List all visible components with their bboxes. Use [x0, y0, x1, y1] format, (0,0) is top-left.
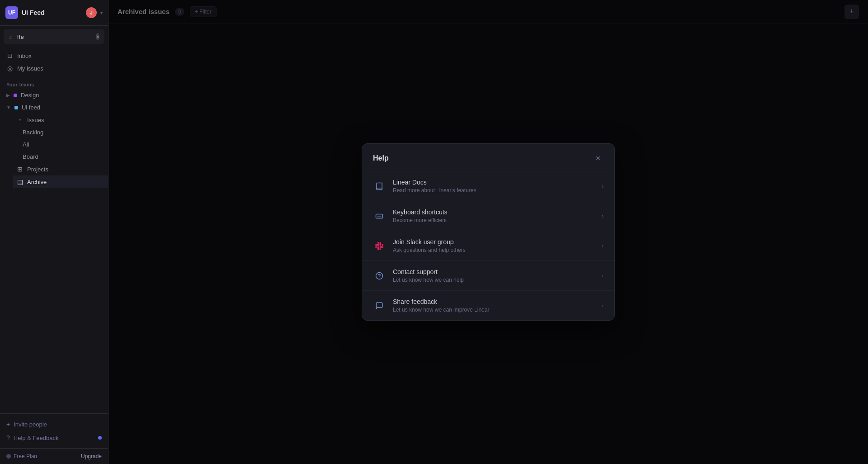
help-icon: ?: [6, 434, 10, 441]
slack-title: Join Slack user group: [393, 238, 594, 246]
linear-docs-desc: Read more about Linear's features: [393, 187, 594, 194]
chevron-right-icon: ›: [602, 183, 604, 189]
sidebar-item-label: Archive: [27, 179, 47, 185]
help-item-slack[interactable]: Join Slack user group Ask questions and …: [362, 231, 614, 260]
search-input[interactable]: [16, 33, 92, 40]
contact-support-desc: Let us know how we can help: [393, 277, 594, 283]
help-item-contact-support[interactable]: Contact support Let us know how we can h…: [362, 260, 614, 290]
help-item-share-feedback[interactable]: Share feedback Let us know how we can im…: [362, 290, 614, 320]
chevron-down-icon: ▾: [100, 10, 103, 15]
ui-feed-subnav: ○ Issues Backlog All Board ⊞ Projects ▤ …: [0, 114, 108, 188]
sidebar-item-help-feedback[interactable]: ? Help & Feedback: [0, 431, 108, 445]
design-team-color: [14, 94, 17, 97]
sidebar-item-projects[interactable]: ⊞ Projects: [13, 163, 108, 175]
search-bar[interactable]: ⌕ ✕: [4, 29, 104, 44]
question-icon: [373, 270, 386, 282]
sidebar-nav: ⊡ Inbox ◎ My issues: [0, 47, 108, 76]
contact-support-content: Contact support Let us know how we can h…: [393, 268, 594, 283]
linear-docs-title: Linear Docs: [393, 179, 594, 186]
sidebar-item-label: My issues: [17, 65, 43, 72]
modal-overlay[interactable]: Help ✕ Linear Docs Read more about Lin: [108, 0, 868, 464]
keyboard-icon: [373, 210, 386, 223]
sidebar-item-label: All: [23, 141, 29, 148]
help-dialog: Help ✕ Linear Docs Read more about Lin: [362, 143, 615, 321]
sidebar-item-label: Issues: [27, 117, 44, 123]
search-clear-button[interactable]: ✕: [96, 33, 99, 40]
sidebar-footer: + Invite people ? Help & Feedback: [0, 413, 108, 448]
free-plan-badge: Free Plan: [6, 453, 37, 459]
keyboard-shortcuts-content: Keyboard shortcuts Become more efficient: [393, 208, 594, 223]
contact-support-title: Contact support: [393, 268, 594, 275]
dialog-items: Linear Docs Read more about Linear's fea…: [362, 171, 614, 320]
chat-icon: [373, 299, 386, 312]
sidebar-item-my-issues[interactable]: ◎ My issues: [0, 62, 108, 75]
keyboard-shortcuts-desc: Become more efficient: [393, 217, 594, 223]
sidebar-header[interactable]: UF UI Feed J ▾: [0, 0, 108, 26]
sidebar-item-issues[interactable]: ○ Issues: [13, 114, 108, 126]
chevron-right-icon: ›: [602, 213, 604, 219]
sidebar-item-archive[interactable]: ▤ Archive: [13, 175, 108, 188]
chevron-right-icon: ›: [602, 273, 604, 279]
slack-content: Join Slack user group Ask questions and …: [393, 238, 594, 253]
upgrade-bar: Free Plan Upgrade: [0, 448, 108, 464]
slack-icon: [373, 240, 386, 252]
sidebar-item-label: Inbox: [17, 52, 32, 59]
ui-feed-team-label: Ui feed: [22, 104, 40, 111]
teams-section-header: Your teams: [0, 76, 108, 89]
ui-feed-team-color: [14, 106, 18, 109]
design-team-label: Design: [21, 92, 39, 99]
sidebar-item-board[interactable]: Board: [13, 151, 108, 163]
help-item-keyboard-shortcuts[interactable]: Keyboard shortcuts Become more efficient…: [362, 201, 614, 231]
help-feedback-label: Help & Feedback: [14, 435, 59, 441]
grid-icon: ⊞: [16, 166, 24, 173]
sidebar-item-inbox[interactable]: ⊡ Inbox: [0, 49, 108, 62]
notification-dot: [98, 436, 102, 440]
sidebar-item-label: Backlog: [23, 129, 43, 136]
dialog-header: Help ✕: [362, 144, 614, 171]
sidebar-item-backlog[interactable]: Backlog: [13, 126, 108, 138]
chevron-right-icon: ▶: [6, 93, 10, 98]
workspace-avatar: UF: [5, 6, 18, 19]
chevron-right-icon: ›: [602, 303, 604, 309]
share-feedback-content: Share feedback Let us know how we can im…: [393, 298, 594, 313]
share-feedback-title: Share feedback: [393, 298, 594, 305]
sidebar-item-ui-feed[interactable]: ▼ Ui feed: [0, 101, 108, 114]
sidebar-item-label: Board: [23, 153, 38, 160]
chevron-down-icon: ▼: [6, 105, 11, 110]
close-button[interactable]: ✕: [593, 153, 604, 164]
help-item-linear-docs[interactable]: Linear Docs Read more about Linear's fea…: [362, 171, 614, 201]
user-avatar[interactable]: J: [86, 7, 97, 18]
sidebar-item-invite-people[interactable]: + Invite people: [0, 417, 108, 431]
sidebar-item-design[interactable]: ▶ Design: [0, 89, 108, 101]
main-content: Archived issues 0 + Filter + Help ✕: [108, 0, 868, 464]
person-icon: ◎: [6, 65, 14, 72]
sidebar-item-label: Projects: [27, 166, 48, 173]
chevron-right-icon: ›: [602, 243, 604, 249]
book-icon: [373, 180, 386, 193]
invite-people-label: Invite people: [14, 421, 47, 428]
linear-docs-content: Linear Docs Read more about Linear's fea…: [393, 179, 594, 194]
workspace-name: UI Feed: [22, 9, 82, 16]
upgrade-button[interactable]: Upgrade: [81, 453, 102, 459]
plan-dot: [6, 454, 11, 459]
circle-icon: ○: [16, 116, 24, 123]
sidebar-item-all[interactable]: All: [13, 138, 108, 151]
plus-icon: +: [6, 421, 10, 428]
sidebar: UF UI Feed J ▾ ⌕ ✕ ⊡ Inbox ◎ My issues Y…: [0, 0, 108, 464]
plan-name-label: Free Plan: [14, 453, 37, 459]
svg-rect-0: [376, 214, 383, 218]
slack-desc: Ask questions and help others: [393, 247, 594, 253]
keyboard-shortcuts-title: Keyboard shortcuts: [393, 208, 594, 216]
inbox-icon: ⊡: [6, 52, 14, 59]
search-icon: ⌕: [9, 33, 13, 40]
share-feedback-desc: Let us know how we can improve Linear: [393, 307, 594, 313]
archive-icon: ▤: [16, 178, 24, 185]
dialog-title: Help: [373, 154, 389, 162]
